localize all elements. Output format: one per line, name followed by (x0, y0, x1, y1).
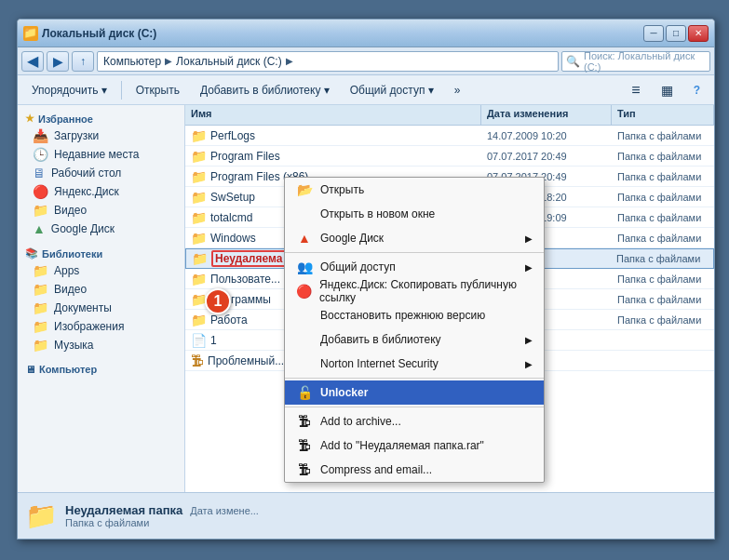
ctx-add-library[interactable]: Добавить в библиотеку ▶ (285, 327, 544, 352)
ctx-label: Яндекс.Диск: Скопировать публичную ссылк… (319, 278, 533, 304)
folder-icon: 📁 (191, 272, 207, 287)
help-button[interactable]: ? (685, 79, 709, 101)
ctx-unlocker[interactable]: 🔓 Unlocker (285, 380, 544, 405)
refresh-button[interactable]: ↑ (72, 51, 94, 72)
sidebar-item-music[interactable]: 📁 Музыка (18, 336, 184, 354)
organize-button[interactable]: Упорядочить ▾ (23, 79, 115, 101)
bc-arrow-1: ▶ (165, 56, 172, 66)
ctx-restore[interactable]: Восстановить прежнюю версию (285, 303, 544, 327)
search-icon: 🔍 (566, 55, 580, 68)
archive-icon: 🗜 (296, 414, 313, 429)
unlocker-icon: 🔓 (296, 385, 313, 400)
folder-icon: 📁 (191, 231, 207, 246)
folder-icon: 📁 (191, 149, 207, 164)
badge-1: 1 (205, 288, 231, 314)
toolbar: Упорядочить ▾ Открыть Добавить в библиот… (18, 75, 714, 105)
submenu-arrow: ▶ (525, 262, 533, 273)
sidebar-item-label: Загрузки (54, 129, 99, 142)
forward-button[interactable]: ▶ (47, 51, 69, 72)
ctx-open[interactable]: 📂 Открыть (285, 178, 544, 202)
sidebar-item-yandex[interactable]: 🔴 Яндекс.Диск (18, 182, 184, 201)
sidebar-item-downloads[interactable]: 📥 Загрузки (18, 127, 184, 145)
address-bar: ◀ ▶ ↑ Компьютер ▶ Локальный диск (C:) ▶ … (18, 47, 714, 75)
sidebar-item-label: Рабочий стол (51, 167, 121, 180)
ctx-label: Unlocker (320, 386, 368, 399)
sidebar-item-label: Недавние места (54, 148, 139, 161)
ctx-google-drive[interactable]: ▲ Google Диск ▶ (285, 226, 544, 250)
ctx-separator-3 (285, 407, 544, 407)
ctx-label: Открыть (320, 183, 364, 196)
ctx-label: Восстановить прежнюю версию (320, 309, 485, 322)
ctx-norton[interactable]: Norton Internet Security ▶ (285, 352, 544, 376)
col-name[interactable]: Имя (185, 105, 481, 125)
ctx-yandex-link[interactable]: 🔴 Яндекс.Диск: Скопировать публичную ссы… (285, 279, 544, 303)
window-title: Локальный диск (C:) (42, 27, 156, 40)
file-icon: 📄 (191, 333, 207, 348)
sidebar-item-desktop[interactable]: 🖥 Рабочий стол (18, 164, 184, 182)
search-bar[interactable]: 🔍 Поиск: Локальный диск (C:) (561, 51, 710, 72)
googledrive-icon: ▲ (33, 221, 46, 236)
ctx-separator-2 (285, 378, 544, 379)
folder-icon: 📥 (33, 128, 48, 143)
ctx-add-rar[interactable]: 🗜 Add to "Неудаляемая папка.rar" (285, 433, 544, 458)
sidebar-item-images[interactable]: 📁 Изображения (18, 317, 184, 336)
breadcrumb[interactable]: Компьютер ▶ Локальный диск (C:) ▶ (97, 51, 559, 72)
sidebar-item-label: Google Диск (51, 222, 115, 235)
sidebar-item-recent[interactable]: 🕒 Недавние места (18, 145, 184, 164)
archive-icon: 🗜 (296, 438, 313, 453)
ctx-separator-1 (285, 252, 544, 253)
ctx-share[interactable]: 👥 Общий доступ ▶ (285, 255, 544, 279)
submenu-arrow: ▶ (525, 359, 533, 369)
ctx-add-archive[interactable]: 🗜 Add to archive... (285, 409, 544, 433)
archive-icon: 🗜 (191, 353, 204, 368)
more-button[interactable]: » (446, 79, 469, 101)
ctx-label: Compress and email... (320, 463, 432, 476)
view-tiles-button[interactable]: ▦ (653, 79, 682, 101)
computer-label: Компьютер (39, 364, 97, 375)
googledrive-icon: ▲ (296, 231, 313, 246)
view-details-button[interactable]: ≡ (623, 79, 648, 101)
table-row[interactable]: 📁PerfLogs 14.07.2009 10:20 Папка с файла… (185, 126, 714, 146)
bc-arrow-2: ▶ (286, 56, 293, 66)
close-button[interactable]: ✕ (688, 25, 709, 42)
add-to-library-button[interactable]: Добавить в библиотеку ▾ (192, 79, 338, 101)
ctx-label: Открыть в новом окне (320, 207, 435, 220)
computer-header: 🖥 Компьютер (18, 360, 184, 377)
computer-icon: 🖥 (25, 364, 35, 375)
ctx-open-new-window[interactable]: Открыть в новом окне (285, 202, 544, 226)
file-list-header: Имя Дата изменения Тип (185, 105, 714, 126)
sidebar-item-video[interactable]: 📁 Видео (18, 201, 184, 220)
sidebar-item-label: Видео (54, 283, 87, 296)
sidebar-item-label: Apps (54, 264, 79, 277)
ctx-label: Norton Internet Security (320, 357, 439, 370)
col-type[interactable]: Тип (612, 105, 714, 125)
sidebar: ★ Избранное 📥 Загрузки 🕒 Недавние места … (18, 105, 185, 492)
favorites-header: ★ Избранное (18, 109, 184, 127)
sidebar-item-label: Изображения (54, 320, 124, 333)
yandex-icon: 🔴 (33, 184, 48, 199)
sidebar-item-documents[interactable]: 📁 Документы (18, 299, 184, 317)
maximize-button[interactable]: □ (666, 25, 686, 42)
back-button[interactable]: ◀ (21, 51, 44, 72)
folder-icon: 📁 (192, 251, 208, 266)
libraries-section: 📚 Библиотеки 📁 Apps 📁 Видео 📁 Документы … (18, 244, 184, 354)
status-folder-icon: 📁 (25, 500, 58, 531)
sidebar-item-video2[interactable]: 📁 Видео (18, 280, 184, 299)
table-row[interactable]: 📁Program Files 07.07.2017 20:49 Папка с … (185, 146, 714, 167)
status-filetype: Папка с файлами (65, 517, 259, 528)
minimize-button[interactable]: ─ (643, 25, 664, 42)
sidebar-item-googledrive[interactable]: ▲ Google Диск (18, 220, 184, 238)
yandex-icon: 🔴 (296, 284, 312, 299)
status-date-label: Дата измене... (190, 505, 259, 516)
sidebar-item-label: Музыка (54, 339, 93, 352)
col-date[interactable]: Дата изменения (481, 105, 612, 125)
folder-icon: 📁 (191, 169, 207, 184)
folder-icon: 📁 (33, 282, 48, 297)
sidebar-item-apps[interactable]: 📁 Apps (18, 261, 184, 280)
ctx-compress-email[interactable]: 🗜 Compress and email... (285, 458, 544, 482)
open-button[interactable]: Открыть (128, 79, 188, 101)
share-button[interactable]: Общий доступ ▾ (342, 79, 442, 101)
search-placeholder: Поиск: Локальный диск (C:) (584, 50, 706, 73)
share-icon: 👥 (296, 260, 313, 274)
compress-icon: 🗜 (296, 462, 313, 477)
